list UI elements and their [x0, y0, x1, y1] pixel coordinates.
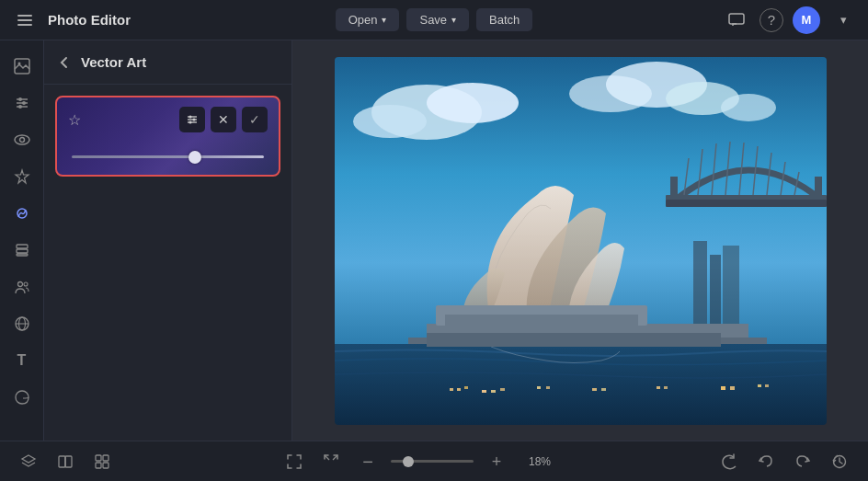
canvas-area[interactable]	[292, 40, 868, 441]
svg-point-13	[19, 138, 24, 143]
svg-rect-64	[537, 386, 541, 389]
sidebar-item-sticker[interactable]	[6, 381, 39, 414]
cancel-button[interactable]: ✕	[211, 107, 236, 132]
svg-rect-70	[721, 386, 725, 390]
avatar[interactable]: M	[793, 6, 820, 34]
svg-rect-1	[17, 19, 32, 21]
bottom-left-controls	[15, 448, 116, 475]
svg-rect-16	[17, 249, 28, 253]
redo-button[interactable]	[789, 448, 817, 475]
sidebar-item-globe[interactable]	[6, 307, 39, 340]
fit-button[interactable]	[317, 448, 345, 475]
zoom-slider[interactable]	[391, 460, 474, 463]
sidebar-item-people[interactable]	[6, 270, 39, 303]
cancel-icon: ✕	[218, 112, 229, 127]
panel-header: Vector Art	[44, 40, 291, 85]
effect-card: ☆ ✕	[55, 96, 280, 177]
sidebar-item-view[interactable]	[6, 123, 39, 156]
svg-rect-73	[765, 384, 769, 387]
effect-slider[interactable]	[72, 155, 264, 158]
slider-wrap	[68, 145, 268, 162]
batch-label: Batch	[489, 13, 520, 27]
bottom-center-controls: − + 18%	[280, 448, 551, 475]
sidebar-icons: T	[0, 40, 44, 441]
confirm-button[interactable]: ✓	[242, 107, 268, 132]
layers-button[interactable]	[15, 448, 42, 475]
undo-button[interactable]	[752, 448, 780, 475]
menu-button[interactable]	[11, 6, 39, 34]
left-panel: Vector Art ☆	[44, 40, 292, 441]
settings-button[interactable]	[179, 107, 205, 132]
batch-button[interactable]: Batch	[476, 8, 532, 31]
back-button[interactable]	[57, 55, 72, 70]
svg-point-18	[17, 282, 22, 287]
open-chevron-icon: ▾	[382, 15, 386, 25]
sidebar-item-magic[interactable]	[6, 160, 39, 193]
svg-point-23	[189, 116, 192, 119]
expand-button[interactable]: ▾	[829, 6, 857, 34]
svg-point-25	[193, 119, 196, 121]
history-button[interactable]	[826, 448, 853, 475]
svg-point-11	[18, 105, 22, 109]
svg-point-9	[22, 101, 26, 105]
svg-rect-37	[670, 177, 678, 200]
svg-rect-59	[457, 388, 461, 391]
svg-rect-77	[96, 455, 101, 461]
svg-rect-66	[592, 388, 597, 391]
bottom-toolbar: − + 18%	[0, 441, 868, 481]
svg-rect-17	[17, 254, 28, 256]
photo-container	[335, 57, 827, 425]
svg-rect-72	[758, 384, 761, 387]
sidebar-item-image[interactable]	[6, 50, 39, 83]
chat-button[interactable]	[723, 6, 750, 34]
topbar: Photo Editor Open ▾ Save ▾ Batch ? M ▾	[0, 0, 868, 40]
open-button[interactable]: Open ▾	[336, 8, 400, 31]
svg-rect-71	[730, 386, 735, 390]
sidebar-item-text[interactable]: T	[6, 344, 39, 377]
topbar-right: ? M ▾	[532, 6, 857, 34]
save-button[interactable]: Save ▾	[406, 8, 469, 31]
sidebar-item-adjustments[interactable]	[6, 86, 39, 120]
svg-point-35	[721, 94, 776, 121]
card-actions: ✕ ✓	[179, 107, 268, 132]
zoom-in-button[interactable]: +	[483, 448, 510, 475]
save-chevron-icon: ▾	[451, 15, 456, 25]
rotate-button[interactable]	[715, 448, 743, 475]
topbar-center: Open ▾ Save ▾ Batch	[336, 8, 533, 31]
svg-rect-67	[601, 388, 606, 391]
svg-rect-48	[666, 200, 827, 207]
svg-point-31	[353, 105, 427, 138]
svg-rect-54	[710, 255, 721, 324]
svg-rect-15	[17, 245, 28, 248]
svg-rect-55	[723, 246, 739, 324]
main-content: T Vector Art ☆	[0, 40, 868, 441]
svg-rect-68	[657, 386, 660, 389]
photo-frame	[335, 57, 827, 425]
star-icon[interactable]: ☆	[68, 111, 81, 129]
avatar-label: M	[802, 13, 812, 27]
svg-rect-57	[427, 333, 721, 347]
svg-rect-75	[65, 456, 72, 467]
fullscreen-button[interactable]	[280, 448, 308, 475]
svg-rect-78	[103, 455, 108, 461]
svg-point-19	[24, 282, 28, 286]
sidebar-item-layers[interactable]	[6, 234, 39, 267]
card-top: ☆ ✕	[68, 107, 268, 132]
svg-point-27	[189, 121, 192, 124]
help-icon: ?	[768, 12, 775, 28]
svg-point-7	[18, 97, 22, 101]
svg-rect-53	[693, 241, 707, 324]
svg-rect-52	[445, 315, 638, 326]
zoom-out-button[interactable]: −	[354, 448, 382, 475]
grid-button[interactable]	[88, 448, 116, 475]
svg-point-30	[427, 83, 519, 123]
compare-button[interactable]	[51, 448, 79, 475]
open-label: Open	[348, 13, 378, 27]
svg-point-12	[15, 135, 29, 144]
svg-rect-65	[546, 386, 550, 389]
svg-rect-0	[17, 15, 32, 17]
help-button[interactable]: ?	[760, 8, 783, 32]
sidebar-item-effects[interactable]	[6, 197, 39, 230]
bottom-right-controls	[715, 448, 853, 475]
svg-rect-62	[491, 390, 496, 393]
